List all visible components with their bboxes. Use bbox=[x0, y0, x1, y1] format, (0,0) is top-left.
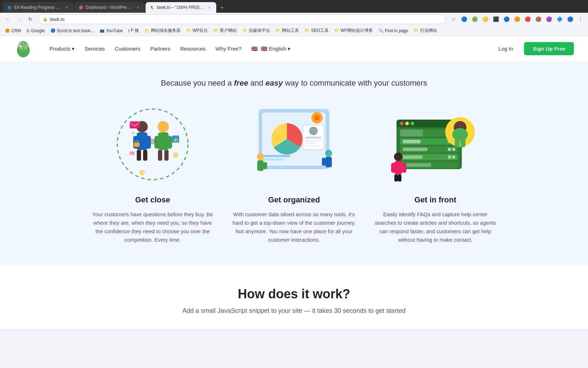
tab-2-title: Dashboard ‹ WordPress Daily ... bbox=[86, 5, 133, 10]
how-it-works-subtitle: Add a small JavaScript snippet to your s… bbox=[14, 307, 574, 315]
tab-1-close[interactable]: ✕ bbox=[64, 5, 69, 10]
tab-3[interactable]: 🦜 tawk.to – "100% FREE live cha... ✕ bbox=[146, 2, 216, 13]
svg-rect-41 bbox=[305, 137, 322, 139]
extension-icon-4[interactable]: ⬛ bbox=[491, 15, 500, 24]
uk-flag-icon: 🇬🇧 bbox=[251, 46, 258, 52]
bookmark-crm[interactable]: 🟠 CRM bbox=[3, 28, 23, 34]
signup-button[interactable]: Sign Up Free bbox=[524, 42, 574, 55]
svg-rect-61 bbox=[403, 140, 421, 143]
scroll-icon: 🔵 bbox=[51, 28, 55, 33]
extension-icon-11[interactable]: 🔵 bbox=[565, 15, 575, 24]
extension-icon-9[interactable]: 🟣 bbox=[544, 15, 553, 24]
extension-icon-3[interactable]: 🟡 bbox=[481, 15, 490, 24]
tab-2[interactable]: 🟤 Dashboard ‹ WordPress Daily ... ✕ bbox=[74, 2, 145, 13]
bookmark-youtube[interactable]: 📺 YouTube bbox=[98, 28, 125, 34]
login-button[interactable]: Log in bbox=[493, 43, 519, 54]
extension-icon-10[interactable]: 🔷 bbox=[555, 15, 564, 24]
extension-icon-7[interactable]: 🔴 bbox=[523, 15, 532, 24]
bookmark-f-label: F 接 bbox=[131, 28, 139, 34]
extension-icon-8[interactable]: 🟤 bbox=[534, 15, 543, 24]
svg-rect-14 bbox=[143, 150, 147, 161]
client-folder-icon: 📁 bbox=[213, 28, 218, 33]
media-folder-icon: 📁 bbox=[242, 28, 247, 33]
bookmark-seo-label: SEO工具 bbox=[311, 28, 328, 34]
bookmark-scroll-label: Scroll to text book... bbox=[57, 28, 94, 33]
svg-point-71 bbox=[452, 155, 455, 159]
bookmark-industry[interactable]: 📁 行业网站 bbox=[412, 27, 439, 34]
bookmark-google[interactable]: G Google bbox=[24, 28, 47, 34]
forward-button[interactable]: → bbox=[14, 14, 24, 24]
nav-language[interactable]: 🇬🇧 🇬🇧 English ▾ bbox=[251, 46, 290, 52]
browser-toolbar-icons: ☆ 🔵 🟢 🟡 ⬛ 🔵 🟠 🔴 🟤 🟣 🔷 🔵 ⋮ bbox=[449, 15, 585, 24]
bookmark-findpage[interactable]: 🔍 Find in page bbox=[376, 28, 410, 34]
back-button[interactable]: ← bbox=[3, 14, 13, 24]
bookmark-tools[interactable]: 📁 网站工具 bbox=[274, 27, 301, 34]
reload-button[interactable]: ↻ bbox=[25, 14, 35, 24]
tab-2-close[interactable]: ✕ bbox=[135, 5, 141, 10]
hero-prefix: Because you need a bbox=[161, 79, 234, 87]
bookmark-domain[interactable]: 📁 网站域名服务器 bbox=[142, 27, 183, 34]
tab-3-favicon: 🦜 bbox=[150, 5, 155, 10]
svg-rect-69 bbox=[403, 155, 422, 159]
svg-point-56 bbox=[405, 122, 409, 125]
products-chevron-icon: ▾ bbox=[72, 46, 75, 52]
svg-rect-49 bbox=[264, 162, 267, 169]
svg-text:👍: 👍 bbox=[173, 137, 178, 142]
bookmark-f[interactable]: f F 接 bbox=[126, 27, 141, 34]
wp-folder-icon: 📁 bbox=[186, 28, 191, 33]
bookmark-domain-label: 网站域名服务器 bbox=[151, 28, 181, 34]
svg-rect-84 bbox=[398, 174, 401, 182]
bookmark-icon[interactable]: ☆ bbox=[449, 15, 458, 24]
svg-rect-38 bbox=[319, 117, 322, 119]
extension-icon-1[interactable]: 🔵 bbox=[459, 15, 469, 24]
svg-point-47 bbox=[257, 153, 264, 160]
nav-customers[interactable]: Customers bbox=[115, 46, 141, 52]
hero-easy: easy bbox=[265, 79, 283, 87]
site-logo[interactable] bbox=[14, 40, 33, 58]
svg-rect-44 bbox=[305, 145, 319, 146]
url-text: tawk.to bbox=[50, 17, 64, 22]
tab-1[interactable]: 🔵 EA Reading Progress Bar | Ess... ✕ bbox=[3, 2, 74, 13]
tab-3-title: tawk.to – "100% FREE live cha... bbox=[157, 5, 204, 10]
svg-point-57 bbox=[411, 122, 414, 125]
bookmark-tools-label: 网站工具 bbox=[282, 28, 299, 34]
nav-partners[interactable]: Partners bbox=[150, 46, 170, 52]
features-section: 👍 Get close Your customers have question… bbox=[0, 88, 588, 265]
website-content: Products ▾ Services Customers Partners R… bbox=[0, 36, 588, 329]
svg-rect-81 bbox=[391, 163, 395, 173]
nav-products[interactable]: Products ▾ bbox=[49, 46, 75, 52]
svg-point-28 bbox=[139, 170, 145, 176]
bookmark-scroll[interactable]: 🔵 Scroll to text book... bbox=[48, 28, 96, 34]
new-tab-button[interactable]: + bbox=[217, 3, 227, 13]
svg-rect-82 bbox=[402, 163, 406, 173]
bookmark-wpblog[interactable]: 📁 WP网站设计博客 bbox=[332, 27, 375, 34]
wpblog-folder-icon: 📁 bbox=[334, 28, 339, 33]
bookmark-client[interactable]: 📁 客户网站 bbox=[211, 27, 239, 34]
svg-rect-43 bbox=[305, 143, 317, 144]
svg-rect-77 bbox=[455, 137, 460, 147]
how-it-works-section: How does it work? Add a small JavaScript… bbox=[0, 265, 588, 329]
svg-point-40 bbox=[309, 127, 318, 135]
tab-2-favicon: 🟤 bbox=[78, 5, 83, 10]
hero-section: Because you need a free and easy way to … bbox=[0, 62, 588, 88]
get-in-front-description: Easily identify FAQs and capture help ce… bbox=[372, 210, 499, 244]
nav-resources[interactable]: Resources bbox=[180, 46, 206, 52]
bookmark-seo[interactable]: 📁 SEO工具 bbox=[302, 27, 330, 34]
get-organized-illustration bbox=[248, 102, 340, 187]
hero-middle: and bbox=[248, 79, 265, 87]
extension-icon-6[interactable]: 🟠 bbox=[512, 15, 522, 24]
bookmark-media[interactable]: 📁 自媒体平台 bbox=[240, 27, 272, 34]
extension-icon-5[interactable]: 🔵 bbox=[502, 15, 511, 24]
nav-whyfree[interactable]: Why Free? bbox=[216, 46, 241, 52]
extension-icon-2[interactable]: 🟢 bbox=[470, 15, 479, 24]
url-bar[interactable]: 🔒 tawk.to bbox=[38, 14, 446, 24]
svg-point-16 bbox=[158, 121, 169, 132]
bookmark-wp[interactable]: 📁 WP后台 bbox=[184, 27, 210, 34]
tab-3-close[interactable]: ✕ bbox=[206, 5, 212, 10]
crm-icon: 🟠 bbox=[5, 28, 10, 33]
more-options-button[interactable]: ⋮ bbox=[576, 15, 585, 24]
get-close-title: Get close bbox=[135, 195, 170, 205]
bookmark-findpage-label: Find in page bbox=[385, 28, 408, 33]
get-close-illustration: 👍 bbox=[107, 102, 199, 187]
nav-services[interactable]: Services bbox=[84, 46, 105, 52]
